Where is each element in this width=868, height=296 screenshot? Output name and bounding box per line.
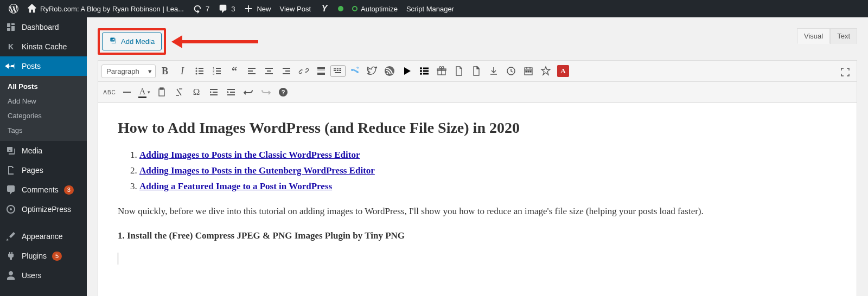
plugins-badge: 5 — [52, 252, 62, 261]
menu-dashboard[interactable]: Dashboard — [0, 17, 87, 37]
comments-bubble[interactable]: 3 — [214, 0, 239, 17]
download-button[interactable] — [486, 63, 502, 79]
list-solid-button[interactable] — [416, 63, 432, 79]
align-center-button[interactable] — [261, 63, 277, 79]
yoast[interactable]: Y — [315, 0, 334, 17]
red-a-button[interactable]: A — [555, 63, 571, 79]
blockquote-button[interactable]: “ — [226, 63, 242, 79]
admin-bar: RyRob.com: A Blog by Ryan Robinson | Lea… — [0, 0, 868, 17]
media-buttons-row: Add Media Add Element — [98, 28, 857, 55]
bold-button[interactable]: B — [157, 63, 173, 79]
editor-content[interactable]: How to Add Images WordPress (and Reduce … — [98, 103, 857, 296]
updates[interactable]: 7 — [188, 0, 214, 17]
strikethrough-button[interactable]: ABC — [101, 84, 118, 100]
submenu-categories[interactable]: Categories — [0, 108, 87, 123]
clear-format-button[interactable] — [171, 84, 187, 100]
status-dot[interactable] — [334, 0, 348, 17]
numbered-list-button[interactable]: 123 — [209, 63, 225, 79]
play-button[interactable] — [399, 63, 415, 79]
menu-posts[interactable]: Posts — [0, 56, 87, 76]
new-content[interactable]: New — [239, 0, 275, 17]
twitter-button[interactable] — [364, 63, 380, 79]
help-button[interactable]: ? — [275, 84, 291, 100]
menu-comments[interactable]: Comments 3 — [0, 180, 87, 200]
special-char-button[interactable]: Ω — [188, 84, 205, 100]
read-more-button[interactable] — [313, 63, 329, 79]
align-left-button[interactable] — [244, 63, 260, 79]
svg-rect-18 — [267, 70, 271, 72]
clock-button[interactable] — [503, 63, 519, 79]
toc-link-1[interactable]: Adding Images to Posts in the Classic Wo… — [139, 150, 360, 160]
media-icon — [5, 145, 16, 156]
svg-rect-5 — [199, 70, 203, 72]
svg-rect-52 — [123, 92, 131, 93]
svg-rect-35 — [340, 70, 341, 71]
yoast-icon: Y — [320, 4, 329, 14]
menu-pages[interactable]: Pages — [0, 160, 87, 180]
link-button[interactable] — [296, 63, 312, 79]
svg-rect-31 — [334, 70, 335, 71]
file-alt-button[interactable] — [468, 63, 484, 79]
svg-rect-59 — [230, 92, 235, 93]
rss-button[interactable] — [381, 63, 398, 79]
calendar-button[interactable] — [520, 63, 537, 79]
wp-logo[interactable] — [4, 0, 23, 17]
menu-appearance[interactable]: Appearance — [0, 227, 87, 246]
new-label: New — [257, 5, 271, 13]
toc-item-3: Adding a Featured Image to a Post in Wor… — [139, 179, 837, 194]
user-icon — [5, 270, 16, 281]
paste-button[interactable] — [154, 84, 170, 100]
hr-button[interactable] — [119, 84, 135, 100]
script-manager[interactable]: Script Manager — [402, 0, 458, 17]
keyboard-button[interactable] — [330, 65, 346, 77]
fullscreen-button[interactable] — [837, 64, 853, 80]
svg-rect-53 — [159, 89, 164, 96]
add-media-button[interactable]: Add Media — [102, 33, 162, 50]
view-post[interactable]: View Post — [275, 0, 315, 17]
share-icon-button[interactable] — [347, 63, 363, 79]
toc-link-2[interactable]: Adding Images to Posts in the Gutenberg … — [139, 165, 375, 176]
file-button[interactable] — [451, 63, 467, 79]
svg-point-1 — [10, 208, 12, 210]
svg-text:?: ? — [282, 89, 285, 95]
undo-button[interactable] — [240, 84, 257, 100]
text-color-button[interactable]: A▾ — [136, 84, 152, 100]
menu-plugins[interactable]: Plugins 5 — [0, 246, 87, 266]
svg-rect-22 — [283, 73, 290, 74]
format-select[interactable]: Paragraph — [101, 65, 156, 78]
menu-optimizepress[interactable]: OptimizePress — [0, 200, 87, 219]
star-button[interactable] — [538, 63, 554, 79]
bullet-list-button[interactable] — [192, 63, 208, 79]
submenu-add-new[interactable]: Add New — [0, 94, 87, 108]
gift-button[interactable] — [433, 63, 450, 79]
pages-icon — [5, 165, 16, 176]
editor-container: Paragraph B I 123 “ A — [98, 60, 857, 296]
annotation-highlight: Add Media — [98, 28, 166, 55]
site-name[interactable]: RyRob.com: A Blog by Ryan Robinson | Lea… — [23, 0, 188, 17]
svg-rect-32 — [335, 70, 336, 71]
svg-rect-14 — [248, 68, 256, 69]
svg-point-43 — [420, 73, 422, 75]
svg-rect-57 — [210, 94, 218, 95]
toc-link-3[interactable]: Adding a Featured Image to a Post in Wor… — [139, 181, 332, 191]
plug-icon — [5, 250, 16, 261]
indent-button[interactable] — [223, 84, 239, 100]
outdent-button[interactable] — [206, 84, 222, 100]
svg-rect-13 — [216, 73, 221, 74]
submenu-all-posts[interactable]: All Posts — [0, 79, 87, 94]
menu-kinsta[interactable]: K Kinsta Cache — [0, 37, 87, 56]
redo-button[interactable] — [258, 84, 274, 100]
tinymce-toolbar-1: Paragraph B I 123 “ A — [98, 61, 857, 82]
svg-rect-23 — [317, 67, 325, 69]
italic-button[interactable]: I — [174, 63, 190, 79]
menu-users[interactable]: Users — [0, 266, 87, 285]
post-title: How to Add Images WordPress (and Reduce … — [118, 119, 837, 137]
align-right-button[interactable] — [278, 63, 295, 79]
toc-item-1: Adding Images to Posts in the Classic Wo… — [139, 147, 837, 162]
autoptimize[interactable]: Autoptimize — [348, 0, 402, 17]
svg-point-4 — [196, 70, 197, 72]
menu-media[interactable]: Media — [0, 141, 87, 160]
admin-sidebar: Dashboard K Kinsta Cache Posts All Posts… — [0, 17, 87, 296]
optimizepress-icon — [5, 204, 16, 215]
submenu-tags[interactable]: Tags — [0, 123, 87, 138]
